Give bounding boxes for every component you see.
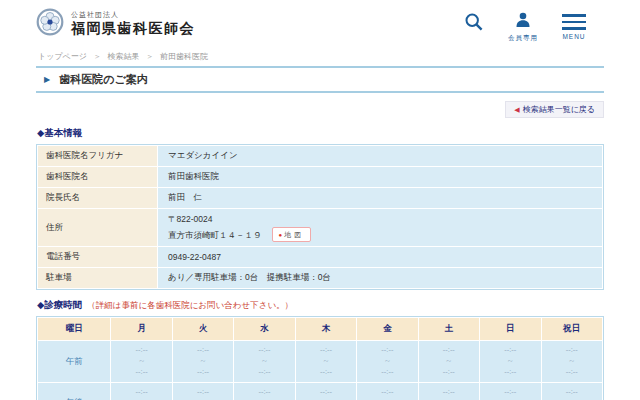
row-label: 歯科医院名フリガナ [38, 146, 158, 167]
schedule-cell: --:-- ～ --:-- [541, 341, 603, 383]
hours-row-morning: 午前 --:-- ～ --:-- --:-- ～ --:-- --:-- ～ -… [38, 341, 603, 383]
back-arrow-icon: ◀ [514, 106, 519, 113]
schedule-cell: --:-- ～ --:-- [111, 382, 172, 400]
breadcrumb-separator: ＞ [93, 52, 101, 61]
time-start: --:-- [421, 387, 477, 398]
time-start: --:-- [113, 345, 169, 356]
basic-info-heading: ◆基本情報 [37, 127, 604, 140]
time-start: --:-- [359, 345, 415, 356]
time-end: --:-- [359, 367, 415, 378]
logo-text: 公益社団法人 福岡県歯科医師会 [71, 10, 195, 38]
breadcrumb-home[interactable]: トップページ [38, 52, 87, 61]
schedule-cell: --:-- ～ --:-- [111, 341, 172, 383]
page-title: 歯科医院のご案内 [59, 73, 148, 85]
row-value: あり／専用駐車場：0台 提携駐車場：0台 [158, 268, 603, 289]
row-label: 午前 [38, 341, 111, 383]
time-tilde: ～ [421, 356, 477, 367]
column-header: 祝日 [541, 318, 603, 341]
row-value: マエダシカイイン [158, 146, 603, 167]
schedule-cell: --:-- ～ --:-- [357, 382, 418, 400]
schedule-cell: --:-- ～ --:-- [418, 341, 479, 383]
time-start: --:-- [421, 345, 477, 356]
hours-header-row: 曜日 月 火 水 木 金 土 日 祝日 [38, 318, 603, 341]
row-label: 午後 [38, 382, 111, 400]
street-address: 直方市須崎町１４－１９●地図 [168, 227, 592, 243]
column-header: 火 [172, 318, 233, 341]
time-tilde: ～ [113, 356, 169, 367]
row-value: 前田歯科医院 [158, 167, 603, 188]
search-icon [464, 12, 484, 36]
schedule-cell: --:-- ～ --:-- [480, 341, 541, 383]
column-header: 土 [418, 318, 479, 341]
row-label: 電話番号 [38, 247, 158, 268]
column-header: 月 [111, 318, 172, 341]
schedule-cell: --:-- ～ --:-- [234, 341, 295, 383]
schedule-cell: --:-- ～ --:-- [418, 382, 479, 400]
row-label: 院長氏名 [38, 188, 158, 209]
time-end: --:-- [421, 367, 477, 378]
association-logo-icon [36, 8, 64, 40]
table-row: 院長氏名 前田 仁 [38, 188, 603, 209]
back-row: ◀検索結果一覧に戻る [36, 98, 604, 118]
time-start: --:-- [113, 387, 169, 398]
breadcrumb-separator: ＞ [146, 52, 154, 61]
time-tilde: ～ [175, 356, 231, 367]
map-button[interactable]: ●地図 [272, 227, 312, 243]
street-text: 直方市須崎町１４－１９ [168, 230, 262, 240]
column-header: 木 [295, 318, 356, 341]
hours-table: 曜日 月 火 水 木 金 土 日 祝日 午前 --:-- ～ --:-- --:… [36, 316, 604, 400]
back-link-label: 検索結果一覧に戻る [523, 105, 595, 114]
member-area-button[interactable]: 会員専用 [508, 12, 538, 43]
breadcrumb-current: 前田歯科医院 [160, 52, 208, 61]
time-start: --:-- [544, 345, 601, 356]
search-button[interactable] [464, 12, 484, 36]
time-end: --:-- [113, 367, 169, 378]
time-start: --:-- [359, 387, 415, 398]
site-logo[interactable]: 公益社団法人 福岡県歯科医師会 [36, 8, 195, 40]
time-start: --:-- [544, 387, 601, 398]
table-row: 駐車場 あり／専用駐車場：0台 提携駐車場：0台 [38, 268, 603, 289]
postal-code: 〒822-0024 [168, 213, 592, 227]
title-triangle-icon: ▶ [44, 75, 50, 84]
schedule-cell: --:-- ～ --:-- [357, 341, 418, 383]
schedule-cell: --:-- ～ --:-- [234, 382, 295, 400]
schedule-cell: --:-- ～ --:-- [541, 382, 603, 400]
hours-row-afternoon: 午後 --:-- ～ --:-- --:-- ～ --:-- --:-- ～ -… [38, 382, 603, 400]
table-row-address: 住所 〒822-0024 直方市須崎町１４－１９●地図 [38, 209, 603, 247]
time-start: --:-- [175, 387, 231, 398]
schedule-cell: --:-- ～ --:-- [172, 382, 233, 400]
time-tilde: ～ [482, 356, 538, 367]
header-actions: 会員専用 MENU [464, 8, 604, 43]
row-label: 住所 [38, 209, 158, 247]
time-start: --:-- [298, 387, 354, 398]
back-to-results-link[interactable]: ◀検索結果一覧に戻る [505, 101, 604, 118]
column-header: 日 [480, 318, 541, 341]
time-end: --:-- [236, 367, 292, 378]
time-end: --:-- [482, 367, 538, 378]
hamburger-icon [562, 12, 586, 30]
map-button-label: 地図 [284, 231, 304, 238]
breadcrumb-search-results[interactable]: 検索結果 [107, 52, 139, 61]
time-tilde: ～ [298, 356, 354, 367]
page: 公益社団法人 福岡県歯科医師会 [0, 0, 640, 400]
menu-button[interactable]: MENU [562, 12, 586, 40]
hours-heading-text: ◆診療時間 [37, 299, 82, 310]
time-end: --:-- [544, 367, 601, 378]
time-start: --:-- [482, 345, 538, 356]
time-start: --:-- [175, 345, 231, 356]
time-start: --:-- [236, 345, 292, 356]
column-header: 金 [357, 318, 418, 341]
schedule-cell: --:-- ～ --:-- [172, 341, 233, 383]
menu-label: MENU [562, 33, 585, 40]
time-tilde: ～ [236, 356, 292, 367]
basic-info-table: 歯科医院名フリガナ マエダシカイイン 歯科医院名 前田歯科医院 院長氏名 前田 … [36, 144, 604, 290]
map-pin-icon: ● [279, 232, 283, 238]
time-end: --:-- [298, 367, 354, 378]
member-area-label: 会員専用 [508, 34, 538, 43]
site-header: 公益社団法人 福岡県歯科医師会 [36, 8, 604, 50]
hours-note: （詳細は事前に各歯科医院にお問い合わせ下さい。） [87, 300, 293, 310]
schedule-cell: --:-- ～ --:-- [295, 382, 356, 400]
time-tilde: ～ [359, 356, 415, 367]
table-row: 電話番号 0949-22-0487 [38, 247, 603, 268]
breadcrumb: トップページ ＞ 検索結果 ＞ 前田歯科医院 [38, 51, 604, 62]
